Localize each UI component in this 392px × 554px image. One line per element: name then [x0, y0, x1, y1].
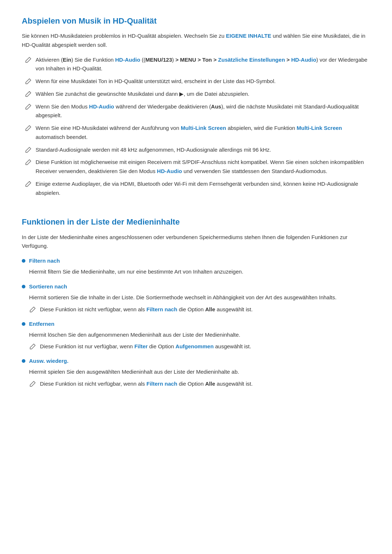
- pencil-icon-4: [25, 103, 32, 110]
- sub-bullet-aw-1: Diese Funktion ist nicht verfügbar, wenn…: [29, 379, 370, 388]
- dot-bullet-filtern: [22, 259, 25, 263]
- bullet-item-2: Wenn für eine Musikdatei Ton in HD-Quali…: [22, 77, 370, 86]
- section1-title: Abspielen von Musik in HD-Qualität: [22, 15, 370, 27]
- bullet-item-8: Einige externe Audioplayer, die via HDMI…: [22, 180, 370, 198]
- dot-desc-auswwiederg: Hiermit spielen Sie den ausgewählten Med…: [29, 368, 370, 377]
- dot-label-filtern: Filtern nach: [29, 257, 60, 265]
- sub-bullet-sortieren-1: Diese Funktion ist nicht verfügbar, wenn…: [29, 305, 370, 314]
- section2-intro: In der Liste der Medieninhalte eines ang…: [22, 233, 370, 251]
- bullet-text-3: Wählen Sie zunächst die gewünschte Musik…: [36, 90, 249, 99]
- page-content: Abspielen von Musik in HD-Qualität Sie k…: [22, 15, 370, 388]
- sub-bullets-entfernen: Diese Funktion ist nur verfügbar, wenn F…: [29, 342, 370, 351]
- intro-link: EIGENE INHALTE: [226, 33, 271, 39]
- bullet-text-5: Wenn Sie eine HD-Musikdatei während der …: [36, 124, 370, 142]
- dot-item-auswwiederg: Ausw. wiederg. Hiermit spielen Sie den a…: [22, 357, 370, 388]
- section2-title: Funktionen in der Liste der Medieninhalt…: [22, 216, 370, 228]
- section2-dot-list: Filtern nach Hiermit filtern Sie die Med…: [22, 257, 370, 388]
- pencil-icon-3: [25, 90, 32, 98]
- pencil-icon-2: [25, 78, 32, 85]
- bullet-text-4: Wenn Sie den Modus HD-Audio während der …: [36, 102, 370, 120]
- sub-bullet-text-e1: Diese Funktion ist nur verfügbar, wenn F…: [40, 342, 251, 351]
- pencil-icon-8: [25, 180, 32, 188]
- dot-label-row-sortieren: Sortieren nach: [22, 282, 370, 291]
- bullet-text-1: Aktivieren (Ein) Sie die Funktion HD-Aud…: [36, 56, 370, 74]
- dot-label-entfernen: Entfernen: [29, 320, 54, 328]
- bullet-item-1: Aktivieren (Ein) Sie die Funktion HD-Aud…: [22, 56, 370, 74]
- section-hd-quality: Abspielen von Musik in HD-Qualität Sie k…: [22, 15, 370, 197]
- bullet-item-4: Wenn Sie den Modus HD-Audio während der …: [22, 102, 370, 120]
- pencil-icon-5: [25, 124, 32, 132]
- dot-label-auswwiederg: Ausw. wiederg.: [29, 357, 69, 365]
- dot-desc-entfernen: Hiermit löschen Sie den aufgenommenen Me…: [29, 331, 370, 340]
- intro-text1: Sie können HD-Musikdateien problemlos in…: [22, 33, 226, 39]
- bullet-item-5: Wenn Sie eine HD-Musikdatei während der …: [22, 124, 370, 142]
- bullet-text-2: Wenn für eine Musikdatei Ton in HD-Quali…: [36, 77, 275, 86]
- dot-bullet-auswwiederg: [22, 359, 25, 363]
- dot-bullet-entfernen: [22, 322, 25, 326]
- bullet-item-6: Standard-Audiosignale werden mit 48 kHz …: [22, 145, 370, 155]
- pencil-icon-e1: [29, 343, 36, 350]
- dot-desc-sortieren: Hiermit sortieren Sie die Inhalte in der…: [29, 293, 370, 302]
- dot-bullet-sortieren: [22, 285, 25, 288]
- bullet-text-8: Einige externe Audioplayer, die via HDMI…: [36, 180, 370, 198]
- dot-item-sortieren: Sortieren nach Hiermit sortieren Sie die…: [22, 282, 370, 314]
- dot-label-row-entfernen: Entfernen: [22, 320, 370, 328]
- pencil-icon-6: [25, 146, 32, 153]
- bullet-item-3: Wählen Sie zunächst die gewünschte Musik…: [22, 90, 370, 99]
- bullet-text-7: Diese Funktion ist möglicherweise mit ei…: [36, 158, 370, 176]
- sub-bullet-entfernen-1: Diese Funktion ist nur verfügbar, wenn F…: [29, 342, 370, 351]
- sub-bullets-auswwiederg: Diese Funktion ist nicht verfügbar, wenn…: [29, 379, 370, 388]
- sub-bullet-text-aw1: Diese Funktion ist nicht verfügbar, wenn…: [40, 379, 253, 388]
- pencil-icon-aw1: [29, 380, 36, 387]
- sub-bullets-sortieren: Diese Funktion ist nicht verfügbar, wenn…: [29, 305, 370, 314]
- sub-bullet-text-s1: Diese Funktion ist nicht verfügbar, wenn…: [40, 305, 253, 314]
- pencil-icon-7: [25, 159, 32, 166]
- dot-label-row-auswwiederg: Ausw. wiederg.: [22, 357, 370, 365]
- bullet-text-6: Standard-Audiosignale werden mit 48 kHz …: [36, 145, 271, 155]
- dot-label-sortieren: Sortieren nach: [29, 282, 67, 291]
- section-media-functions: Funktionen in der Liste der Medieninhalt…: [22, 216, 370, 388]
- bullet-item-7: Diese Funktion ist möglicherweise mit ei…: [22, 158, 370, 176]
- dot-item-filtern: Filtern nach Hiermit filtern Sie die Med…: [22, 257, 370, 276]
- dot-label-row-filtern: Filtern nach: [22, 257, 370, 265]
- pencil-icon-s1: [29, 306, 36, 313]
- dot-item-entfernen: Entfernen Hiermit löschen Sie den aufgen…: [22, 320, 370, 351]
- section1-bullet-list: Aktivieren (Ein) Sie die Funktion HD-Aud…: [22, 56, 370, 198]
- dot-desc-filtern: Hiermit filtern Sie die Medieninhalte, u…: [29, 267, 370, 276]
- pencil-icon: [25, 56, 32, 63]
- section1-intro: Sie können HD-Musikdateien problemlos in…: [22, 32, 370, 50]
